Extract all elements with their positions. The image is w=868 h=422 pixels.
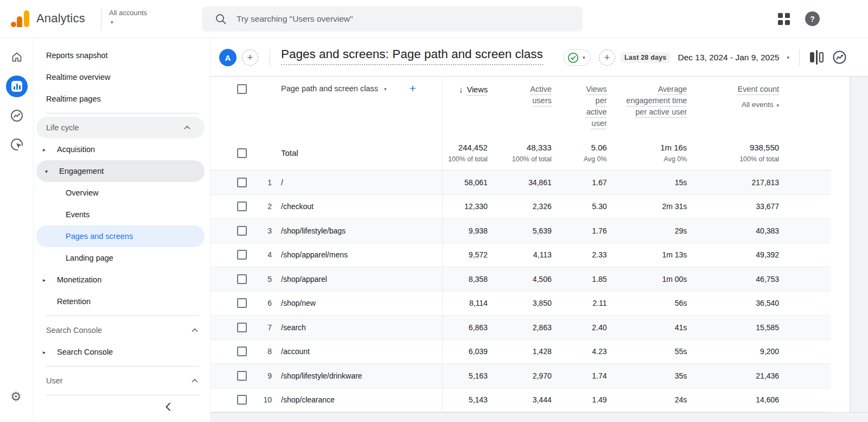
content-right-gutter [850,77,868,422]
sidebar-section-search-console[interactable]: Search Console [34,319,210,341]
sidebar-nav: Reports snapshot Realtime overview Realt… [34,38,210,422]
sidebar-item-pages-and-screens[interactable]: Pages and screens [36,225,205,247]
report-status-pill[interactable] [563,49,591,66]
section-label: Search Console [46,326,102,335]
reports-icon[interactable] [6,75,28,97]
row-checkbox[interactable] [237,226,247,236]
help-icon[interactable] [805,11,820,26]
chevron-down-icon[interactable] [384,86,387,92]
views-per-active-user-value: 2.40 [592,323,607,332]
advertising-icon[interactable] [10,137,24,152]
row-checkbox[interactable] [237,395,247,405]
divider [799,49,800,66]
row-checkbox[interactable] [237,201,247,211]
sidebar-item-overview[interactable]: Overview [34,182,210,204]
dimension-header[interactable]: Page path and screen class [281,84,378,93]
row-checkbox[interactable] [237,148,247,158]
apps-grid-icon[interactable] [778,13,790,25]
row-checkbox[interactable] [237,250,247,260]
page-path: /shop/apparel/mens [281,250,348,259]
avg-engagement-value: 1m 13s [662,250,687,259]
sort-descending-icon [459,84,463,95]
sidebar-section-life-cycle[interactable]: Life cycle [36,117,205,138]
table-row: 8 /account 6,039 1,428 4.23 55s 9,200 [210,340,831,364]
sidebar-item-landing-page[interactable]: Landing page [34,247,210,269]
event-filter-select[interactable]: All events [742,99,779,111]
sidebar-item-events[interactable]: Events [34,204,210,225]
explore-icon[interactable] [10,109,24,123]
active-users-value: 3,444 [533,395,552,404]
views-value: 9,572 [469,250,488,259]
add-report-button[interactable] [599,49,615,66]
divider [270,49,270,66]
settings-gear-icon[interactable] [10,390,22,403]
table-row: 2 /checkout 12,330 2,326 5.30 2m 31s 33,… [210,195,831,219]
compare-icon[interactable] [809,50,824,65]
chevron-down-icon [583,55,585,60]
views-value: 8,358 [469,275,488,284]
avg-engagement-value: 41s [675,323,687,332]
active-users-value: 4,506 [533,275,552,284]
page-path: /shop/lifestyle/bags [281,226,346,235]
column-header-active-users[interactable]: Active users [488,77,552,136]
views-value: 58,061 [464,178,488,187]
account-switcher[interactable]: All accounts [109,9,147,27]
row-index: 6 [254,299,272,307]
sidebar-item-label: Events [66,210,90,219]
add-dimension-icon[interactable] [409,84,416,93]
sidebar-item-label: Landing page [66,254,113,262]
insights-icon[interactable] [832,49,847,65]
app-bar: Analytics All accounts [0,0,868,38]
total-event-count: 938,550 [750,143,779,152]
select-all-checkbox[interactable] [237,84,247,94]
row-checkbox[interactable] [237,371,247,381]
column-header-event-count[interactable]: Event count All events [687,77,779,136]
divider [46,316,199,316]
table-row: 7 /search 6,863 2,863 2.40 41s 15,585 [210,316,831,340]
event-count-value: 49,392 [756,250,779,259]
active-users-value: 2,970 [533,371,552,380]
search-input[interactable] [237,14,562,24]
sidebar-item-acquisition[interactable]: Acquisition [34,138,210,160]
sidebar-item-realtime-overview[interactable]: Realtime overview [34,66,210,88]
sidebar-item-monetization[interactable]: Monetization [34,269,210,291]
row-checkbox[interactable] [237,178,247,187]
views-value: 8,114 [469,299,488,307]
page-title[interactable]: Pages and screens: Page path and screen … [281,47,543,65]
views-per-active-user-value: 1.67 [592,178,607,187]
account-switcher-label: All accounts [109,9,147,17]
row-checkbox[interactable] [237,298,247,308]
row-checkbox[interactable] [237,347,247,356]
page-path: /search [281,323,306,332]
row-checkbox[interactable] [237,323,247,332]
sidebar-item-realtime-pages[interactable]: Realtime pages [34,88,210,110]
row-index: 7 [254,323,272,332]
sidebar-item-search-console[interactable]: Search Console [34,341,210,363]
column-header-views[interactable]: Views [443,77,488,136]
avatar[interactable]: A [219,49,237,66]
sidebar-section-user[interactable]: User [34,370,210,392]
expand-right-icon [43,277,57,283]
table-row: 1 / 58,061 34,861 1.67 15s 217,813 [210,171,831,195]
views-per-active-user-value: 1.49 [592,395,607,404]
row-checkbox[interactable] [237,274,247,284]
date-range-value[interactable]: Dec 13, 2024 - Jan 9, 2025 [678,53,779,62]
sidebar-item-label: Retention [57,297,91,306]
add-comparison-button[interactable] [242,49,258,66]
avg-engagement-value: 29s [675,226,687,235]
sidebar-item-engagement[interactable]: Engagement [36,160,205,182]
chevron-up-icon [192,328,198,332]
search-icon [215,13,227,25]
chevron-down-icon[interactable] [787,55,789,60]
column-header-views-per-active-user[interactable]: Views per active user [552,77,607,136]
sidebar-item-label: Pages and screens [66,232,133,241]
sidebar-item-reports-snapshot[interactable]: Reports snapshot [34,45,210,66]
collapse-sidebar-icon[interactable] [163,401,175,413]
event-count-value: 46,753 [756,275,779,284]
home-icon[interactable] [10,51,23,64]
page-path: /account [281,347,310,356]
search-bar[interactable] [202,7,583,32]
column-header-avg-engagement-time[interactable]: Average engagement time per active user [607,77,687,136]
active-users-value: 2,326 [533,202,552,211]
sidebar-item-retention[interactable]: Retention [34,291,210,312]
